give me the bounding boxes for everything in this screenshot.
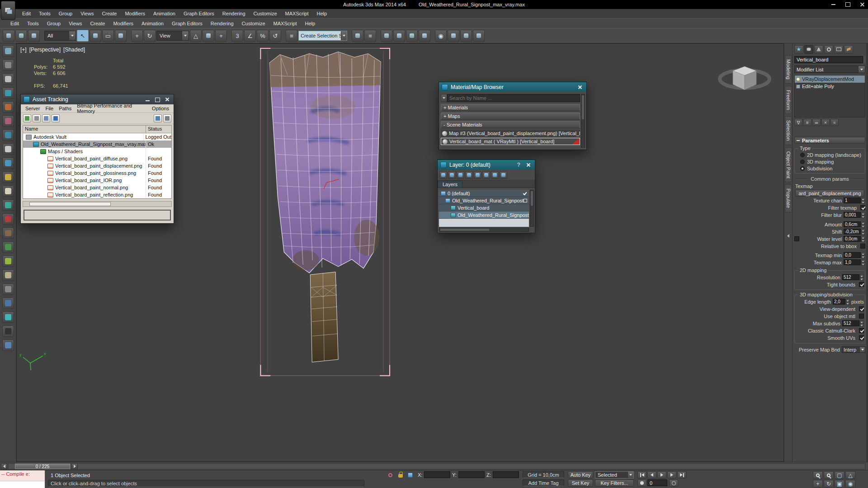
- texmap-min-field[interactable]: 0,0: [844, 252, 861, 258]
- vertical-scrollbar[interactable]: [530, 190, 534, 227]
- hide-layer-icon[interactable]: [482, 171, 490, 179]
- select-and-manipulate-icon[interactable]: +: [215, 30, 227, 42]
- water-level-checkbox[interactable]: [794, 236, 799, 241]
- menu-item[interactable]: Bitmap Performance and Memory: [74, 103, 149, 114]
- table-row[interactable]: Vertical_board_paint_IOR.png Found: [23, 177, 171, 184]
- spinner[interactable]: [860, 274, 864, 280]
- configure-modifier-sets-icon[interactable]: ≈: [830, 119, 839, 126]
- material-browser-titlebar[interactable]: Material/Map Browser: [439, 82, 586, 92]
- hierarchy-tab[interactable]: [814, 45, 823, 54]
- menu-item[interactable]: Edit: [18, 9, 35, 18]
- vault-help-icon[interactable]: [154, 114, 162, 122]
- resolution-field[interactable]: 512: [842, 274, 859, 280]
- viewport-menu-pov[interactable]: [Perspective]: [29, 47, 61, 53]
- left-tool-icon[interactable]: [2, 185, 14, 197]
- snap-toggle-3d-icon[interactable]: 3: [231, 30, 243, 42]
- left-tool-icon[interactable]: [2, 339, 14, 351]
- scene-materials-group-header[interactable]: - Scene Materials: [441, 121, 580, 128]
- align-icon[interactable]: ≡: [364, 30, 376, 42]
- menu-item[interactable]: Options: [149, 106, 172, 111]
- minimize-icon[interactable]: [829, 1, 837, 8]
- pin-stack-icon[interactable]: ∇: [794, 119, 802, 126]
- left-tool-icon[interactable]: [2, 227, 14, 239]
- maps-group-header[interactable]: + Maps: [441, 113, 580, 120]
- left-tool-icon[interactable]: [2, 283, 14, 295]
- menu-item[interactable]: Help: [313, 9, 331, 18]
- maximize-icon[interactable]: [154, 96, 161, 103]
- schematic-view-icon[interactable]: [419, 30, 430, 42]
- auto-key-button[interactable]: Auto Key: [568, 471, 593, 479]
- spinner[interactable]: [861, 236, 865, 242]
- left-tool-icon[interactable]: [2, 87, 14, 99]
- bind-to-space-warp-icon[interactable]: [28, 30, 40, 42]
- unlink-selection-icon[interactable]: [15, 30, 27, 42]
- spinner[interactable]: [861, 252, 865, 258]
- table-row[interactable]: Vertical_board_paint_displacement.png Fo…: [23, 162, 171, 169]
- spinner[interactable]: [861, 197, 865, 203]
- menu-item[interactable]: Modifiers: [109, 19, 137, 28]
- menu-item[interactable]: MAXScript: [269, 19, 301, 28]
- grid-view-icon[interactable]: [52, 114, 60, 122]
- remove-modifier-icon[interactable]: ×: [821, 119, 830, 126]
- menu-item[interactable]: Create: [86, 19, 109, 28]
- menu-item[interactable]: MAXScript: [281, 9, 313, 18]
- menu-item[interactable]: Tools: [23, 19, 43, 28]
- layer-dialog-titlebar[interactable]: Layer: 0 (default) ?: [438, 160, 535, 170]
- use-center-icon[interactable]: [203, 30, 214, 42]
- delete-layer-icon[interactable]: [448, 171, 456, 179]
- zoom-all-icon[interactable]: [824, 471, 834, 479]
- left-tool-icon[interactable]: [2, 59, 14, 71]
- create-tab[interactable]: ★: [794, 45, 803, 54]
- material-item-selected[interactable]: Vertical_board_mat ( VRayMtl ) [Vertical…: [441, 138, 580, 145]
- table-row[interactable]: Maps / Shaders: [23, 148, 171, 155]
- percent-snap-icon[interactable]: %: [257, 30, 269, 42]
- go-to-start-icon[interactable]: [637, 471, 646, 479]
- modifier-stack-item[interactable]: VRayDisplacementMod: [795, 75, 865, 83]
- modifier-stack-item[interactable]: Edit+able Poly: [795, 83, 865, 90]
- left-tool-icon[interactable]: [2, 101, 14, 113]
- relative-bbox-checkbox[interactable]: [860, 244, 865, 249]
- motion-tab[interactable]: [824, 45, 833, 54]
- application-menu-button[interactable]: [1, 1, 15, 20]
- layers-tab[interactable]: Layers: [438, 180, 535, 188]
- object-name-field[interactable]: [794, 56, 863, 63]
- time-slider-track[interactable]: 0 / 225: [8, 463, 865, 469]
- table-row[interactable]: Vertical_board_paint_glossiness.png Foun…: [23, 169, 171, 177]
- left-tool-icon[interactable]: [2, 311, 14, 323]
- refresh-icon[interactable]: [23, 114, 31, 122]
- maximize-viewport-icon[interactable]: ▣: [835, 480, 844, 488]
- previous-frame-icon[interactable]: [1, 463, 7, 469]
- table-header[interactable]: Name Status: [23, 126, 171, 133]
- curve-editor-icon[interactable]: [406, 30, 418, 42]
- material-item[interactable]: Map #3 (Vertical_board_paint_displacemen…: [441, 130, 580, 137]
- reference-coordinate-dropdown[interactable]: View: [156, 31, 189, 41]
- menu-item[interactable]: Rendering: [218, 9, 250, 18]
- field-of-view-icon[interactable]: △: [845, 471, 855, 479]
- layer-row[interactable]: Old_Weathered_Rural_Signpost: [439, 197, 529, 204]
- rectangular-selection-region-icon[interactable]: ▭: [102, 30, 114, 42]
- object-color-swatch[interactable]: [864, 56, 865, 63]
- layer-properties-icon[interactable]: [500, 171, 507, 179]
- filter-texmap-checkbox[interactable]: [860, 205, 865, 210]
- left-tool-icon[interactable]: [2, 115, 14, 127]
- x-coordinate-field[interactable]: [424, 471, 450, 478]
- display-tab[interactable]: [834, 45, 843, 54]
- horizontal-scrollbar[interactable]: [439, 228, 529, 232]
- ribbon-tab[interactable]: Selection: [785, 116, 792, 145]
- freeze-layer-icon[interactable]: [491, 171, 499, 179]
- radio-3d-mapping[interactable]: 3D mapping: [796, 158, 864, 165]
- menu-item[interactable]: Server: [23, 106, 42, 111]
- select-and-rotate-icon[interactable]: ↻: [144, 30, 156, 42]
- spinner[interactable]: [860, 320, 864, 326]
- named-selection-set-combo[interactable]: Create Selection Se: [298, 31, 347, 41]
- texmap-max-field[interactable]: 1,0: [844, 259, 861, 265]
- radio-subdivision[interactable]: Subdivision: [796, 165, 864, 172]
- mirror-icon[interactable]: [352, 30, 363, 42]
- table-row[interactable]: Vertical_board_paint_normal.png Found: [23, 184, 171, 191]
- browser-options-icon[interactable]: [441, 94, 447, 102]
- left-tool-icon[interactable]: [2, 269, 14, 281]
- set-current-layer-icon[interactable]: [474, 171, 481, 179]
- maximize-icon[interactable]: [844, 1, 852, 8]
- object-row[interactable]: Vertical_board: [439, 204, 529, 211]
- menu-item[interactable]: File: [42, 106, 56, 111]
